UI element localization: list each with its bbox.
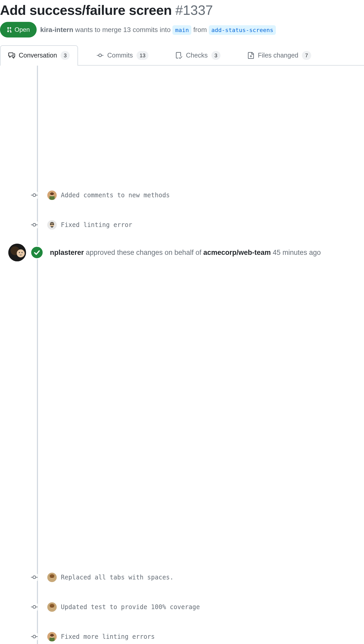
compare-branch-chip[interactable]: add-status-screens bbox=[209, 25, 276, 35]
base-branch-chip[interactable]: main bbox=[172, 25, 191, 35]
commit-message-link[interactable]: Fixed linting error bbox=[61, 220, 132, 230]
svg-rect-2 bbox=[49, 196, 55, 200]
git-commit-icon bbox=[97, 52, 103, 59]
git-commit-icon bbox=[31, 604, 38, 610]
file-diff-icon bbox=[248, 52, 254, 59]
team-link[interactable]: acmecorp/web-team bbox=[203, 249, 271, 256]
commit-message-link[interactable]: Updated test to provide 100% coverage bbox=[61, 602, 200, 612]
reviewer-avatar[interactable] bbox=[8, 244, 26, 261]
git-commit-icon bbox=[31, 633, 38, 640]
check-icon bbox=[33, 249, 41, 256]
commit-item: Fixed linting error bbox=[37, 218, 364, 232]
svg-point-11 bbox=[22, 252, 23, 253]
timeline: Added comments to new methodsFixed linti… bbox=[0, 66, 364, 644]
review-time: 45 minutes ago bbox=[273, 249, 321, 256]
tab-count: 3 bbox=[61, 51, 70, 60]
commit-item: Replaced all tabs with spaces. bbox=[37, 570, 364, 585]
pr-number: #1337 bbox=[175, 0, 213, 20]
commit-author-avatar[interactable] bbox=[47, 191, 57, 200]
git-commit-icon bbox=[31, 222, 38, 228]
pr-header: Add success/failure screen #1337 Open ki… bbox=[0, 0, 364, 43]
tab-files-changed[interactable]: Files changed 7 bbox=[239, 45, 320, 66]
svg-point-5 bbox=[50, 223, 52, 225]
commit-author-avatar[interactable] bbox=[47, 632, 57, 641]
pr-tabs: Conversation 3 Commits 13 Checks 3 Files… bbox=[0, 45, 364, 66]
commit-message-link[interactable]: Replaced all tabs with spaces. bbox=[61, 573, 173, 582]
comment-discussion-icon bbox=[8, 52, 15, 59]
commit-item: Updated test to provide 100% coverage bbox=[37, 600, 364, 614]
pr-author-link[interactable]: kira-intern bbox=[40, 26, 73, 34]
svg-point-6 bbox=[52, 223, 54, 225]
pr-state-badge: Open bbox=[0, 22, 37, 37]
commit-message-link[interactable]: Added comments to new methods bbox=[61, 191, 170, 200]
tab-label: Files changed bbox=[258, 50, 298, 60]
pr-state-label: Open bbox=[15, 25, 30, 34]
tab-commits[interactable]: Commits 13 bbox=[88, 45, 157, 66]
svg-rect-22 bbox=[49, 638, 55, 641]
tab-count: 7 bbox=[302, 51, 311, 60]
tab-conversation[interactable]: Conversation 3 bbox=[0, 45, 78, 66]
timeline-line bbox=[37, 66, 38, 644]
commit-item: Fixed more linting errors bbox=[37, 629, 364, 644]
svg-point-9 bbox=[17, 249, 25, 257]
tab-label: Commits bbox=[107, 50, 133, 60]
svg-point-10 bbox=[19, 252, 20, 253]
pr-meta-line: kira-intern wants to merge 13 commits in… bbox=[40, 25, 276, 35]
commit-author-avatar[interactable] bbox=[47, 220, 57, 230]
commit-item: Added comments to new methods bbox=[37, 188, 364, 203]
git-pull-request-icon bbox=[7, 27, 12, 33]
git-commit-icon bbox=[31, 192, 38, 199]
svg-point-15 bbox=[53, 576, 53, 577]
review-event: nplasterer approved these changes on beh… bbox=[37, 247, 364, 258]
tab-count: 13 bbox=[136, 51, 148, 60]
svg-point-18 bbox=[51, 606, 51, 607]
checklist-icon bbox=[176, 52, 182, 59]
reviewer-link[interactable]: nplasterer bbox=[50, 249, 84, 256]
tab-count: 3 bbox=[211, 51, 220, 60]
approved-badge bbox=[30, 246, 44, 259]
tab-label: Conversation bbox=[19, 50, 57, 60]
svg-point-19 bbox=[53, 606, 53, 607]
pr-title: Add success/failure screen bbox=[0, 0, 172, 20]
commit-author-avatar[interactable] bbox=[47, 602, 57, 612]
commit-message-link[interactable]: Fixed more linting errors bbox=[61, 632, 155, 641]
tab-label: Checks bbox=[186, 50, 207, 60]
svg-point-14 bbox=[51, 576, 51, 577]
tab-checks[interactable]: Checks 3 bbox=[167, 45, 229, 66]
commit-author-avatar[interactable] bbox=[47, 573, 57, 582]
git-commit-icon bbox=[31, 574, 38, 581]
